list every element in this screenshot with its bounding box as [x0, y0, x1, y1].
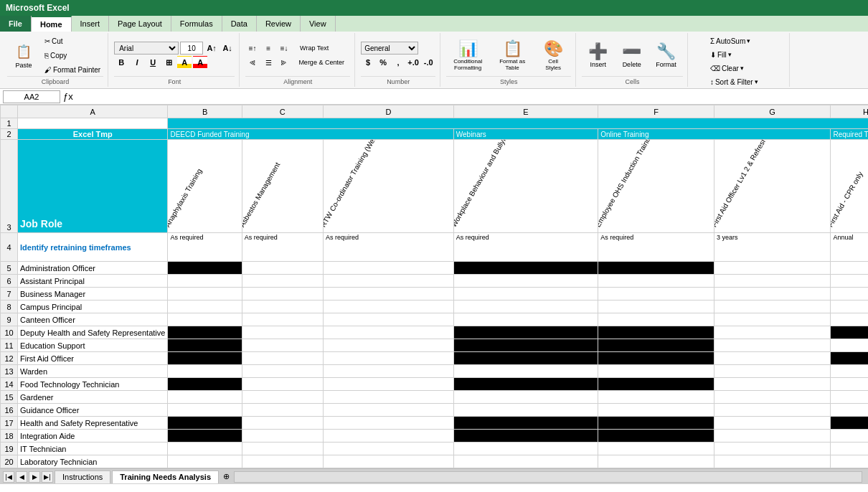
cell-E11[interactable]: [453, 339, 598, 352]
cell-H7[interactable]: [831, 288, 868, 301]
cell-D17[interactable]: [323, 417, 453, 430]
cell-G13[interactable]: [714, 365, 831, 378]
conditional-formatting-button[interactable]: 📊 Conditional Formatting: [446, 35, 489, 75]
cell-H10[interactable]: [831, 326, 868, 339]
cell-C7[interactable]: [242, 288, 323, 301]
cell-A13[interactable]: Warden: [18, 365, 168, 378]
cell-D16[interactable]: [323, 404, 453, 417]
cell-A12[interactable]: First Aid Officer: [18, 352, 168, 365]
cell-A6[interactable]: Assistant Principal: [18, 275, 168, 288]
cell-G10[interactable]: [714, 326, 831, 339]
cell-B14[interactable]: [168, 378, 242, 391]
sheet-tab-instructions[interactable]: Instructions: [55, 470, 110, 483]
competencies-header[interactable]: COMPETENCIES: [168, 118, 868, 129]
as-req-7[interactable]: Annual: [831, 233, 868, 262]
merge-center-button[interactable]: Merge & Center: [293, 56, 350, 69]
cell-B16[interactable]: [168, 404, 242, 417]
cell-D13[interactable]: [323, 365, 453, 378]
cell-styles-button[interactable]: 🎨 Cell Styles: [535, 35, 571, 75]
cell-B17[interactable]: [168, 417, 242, 430]
cell-C8[interactable]: [242, 301, 323, 313]
tab-prev-button[interactable]: ◀: [16, 471, 27, 483]
percent-button[interactable]: %: [376, 56, 390, 69]
cell-C6[interactable]: [242, 275, 323, 288]
sheet-tab-add-icon[interactable]: ⊕: [223, 472, 230, 481]
align-top-center-button[interactable]: ≡: [261, 42, 275, 55]
cell-C15[interactable]: [242, 391, 323, 404]
cell-B19[interactable]: [168, 443, 242, 455]
rotated-header-5[interactable]: Employee OHS Induction Training: [598, 140, 714, 233]
cell-G12[interactable]: [714, 352, 831, 365]
cell-D6[interactable]: [323, 275, 453, 288]
cell-C19[interactable]: [242, 443, 323, 455]
fill-button[interactable]: ⬇ Fill ▾: [707, 48, 735, 61]
cell-E14[interactable]: [453, 378, 598, 391]
cell-D18[interactable]: [323, 430, 453, 443]
cell-F11[interactable]: [598, 339, 714, 352]
cell-H18[interactable]: [831, 430, 868, 443]
number-format-select[interactable]: General: [361, 42, 418, 55]
cell-D8[interactable]: [323, 301, 453, 313]
tab-formulas[interactable]: Formulas: [171, 16, 222, 32]
borders-button[interactable]: ⊞: [161, 56, 176, 69]
cell-G5[interactable]: [714, 262, 831, 275]
rotated-header-3[interactable]: RTW Co-ordinator Training (Webinars): [323, 140, 453, 233]
tab-insert[interactable]: Insert: [72, 16, 110, 32]
online-training-header[interactable]: Online Training: [598, 129, 831, 140]
cell-G18[interactable]: [714, 430, 831, 443]
format-as-table-button[interactable]: 📋 Format as Table: [491, 35, 534, 75]
cell-B7[interactable]: [168, 288, 242, 301]
delete-button[interactable]: ➖ Delete: [615, 35, 648, 75]
underline-button[interactable]: U: [146, 56, 160, 69]
as-req-5[interactable]: As required: [598, 233, 714, 262]
cell-A2-exceltmp[interactable]: Excel Tmp: [18, 129, 168, 140]
cell-D7[interactable]: [323, 288, 453, 301]
cell-F16[interactable]: [598, 404, 714, 417]
cell-B20[interactable]: [168, 455, 242, 468]
sheet-tab-training-needs[interactable]: Training Needs Analysis: [112, 470, 219, 483]
comma-button[interactable]: ,: [391, 56, 405, 69]
cell-B11[interactable]: [168, 339, 242, 352]
italic-button[interactable]: I: [130, 56, 144, 69]
identify-cell[interactable]: Identify retraining timeframes: [18, 233, 168, 262]
cell-H13[interactable]: [831, 365, 868, 378]
tab-review[interactable]: Review: [257, 16, 301, 32]
cell-D11[interactable]: [323, 339, 453, 352]
cell-F13[interactable]: [598, 365, 714, 378]
align-top-left-button[interactable]: ≡↑: [245, 42, 260, 55]
cell-G11[interactable]: [714, 339, 831, 352]
cell-B10[interactable]: [168, 326, 242, 339]
cell-F12[interactable]: [598, 352, 714, 365]
font-color-button[interactable]: A: [193, 56, 207, 69]
cell-E13[interactable]: [453, 365, 598, 378]
cell-F6[interactable]: [598, 275, 714, 288]
cell-C16[interactable]: [242, 404, 323, 417]
cell-G7[interactable]: [714, 288, 831, 301]
tab-first-button[interactable]: |◀: [3, 471, 14, 483]
cell-B12[interactable]: [168, 352, 242, 365]
rotated-header-6[interactable]: First Aid Officer Lv1 2 & Refresher: [714, 140, 831, 233]
cell-F9[interactable]: [598, 313, 714, 326]
cell-H20[interactable]: [831, 455, 868, 468]
cell-B15[interactable]: [168, 391, 242, 404]
cell-A15[interactable]: Gardener: [18, 391, 168, 404]
align-right-button[interactable]: ⫸: [277, 56, 291, 69]
col-header-A[interactable]: A: [18, 105, 168, 118]
cell-E19[interactable]: [453, 443, 598, 455]
cell-G9[interactable]: [714, 313, 831, 326]
cell-B6[interactable]: [168, 275, 242, 288]
cell-E15[interactable]: [453, 391, 598, 404]
cell-H5[interactable]: [831, 262, 868, 275]
clear-button[interactable]: ⌫ Clear ▾: [707, 62, 747, 75]
sheet-area[interactable]: A B C D E F G H I J K L M N O P Q: [0, 105, 868, 468]
cell-G17[interactable]: [714, 417, 831, 430]
cell-D9[interactable]: [323, 313, 453, 326]
bold-button[interactable]: B: [114, 56, 128, 69]
tab-next-button[interactable]: ▶: [29, 471, 40, 483]
as-req-6[interactable]: 3 years: [714, 233, 831, 262]
tab-home[interactable]: Home: [32, 16, 72, 32]
decrease-decimal-button[interactable]: -.0: [421, 56, 435, 69]
cell-F19[interactable]: [598, 443, 714, 455]
cell-B13[interactable]: [168, 365, 242, 378]
paste-button[interactable]: 📋 Paste: [7, 35, 40, 75]
